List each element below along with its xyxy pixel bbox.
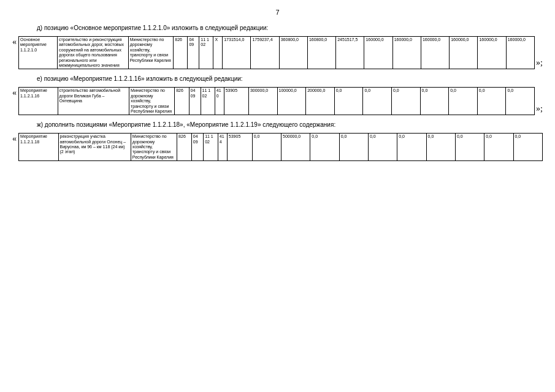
table-row: Мероприятие 1.1.2.1.16 строительство авт… [19,88,535,115]
cell-e-n5: 0,0 [363,88,392,115]
cell-d-x: X [213,37,223,69]
cell-zh-n2: 500000,0 [281,134,310,161]
quote-open-zh: « [12,134,17,144]
cell-zh-826: 826 [177,134,192,161]
cell-e-n7: 0,0 [420,88,449,115]
cell-d-n10: 160000,0 [478,37,506,69]
cell-d-n3: 360800,0 [279,37,307,69]
cell-d-n6: 160000,0 [364,37,392,69]
cell-d-n1: 1731514,0 [223,37,251,69]
cell-d-n8: 160000,0 [421,37,449,69]
cell-zh-ministry: Министерство по дорожному хозяйству, тра… [131,134,177,161]
cell-zh-n10: 0,0 [513,134,543,161]
cell-e-1102: 11 1 02 [201,88,215,115]
section-e: е) позицию «Мероприятие 1.1.2.1.16» изло… [12,75,543,115]
cell-e-n6: 0,0 [391,88,420,115]
cell-zh-desc: реконструкция участка автомобильной доро… [58,134,131,161]
cell-zh-n5: 0,0 [368,134,397,161]
table-zh: Мероприятие 1.1.2.1.18 реконструкция уча… [18,133,543,161]
cell-d-826: 826 [174,37,188,69]
cell-d-0409: 04 09 [188,37,199,69]
cell-d-name: Основное мероприятие 1.1.2.1.0 [19,37,58,69]
cell-e-n10: 0,0 [506,88,535,115]
table-row: Мероприятие 1.1.2.1.18 реконструкция уча… [19,134,543,161]
cell-zh-1102: 11 1 02 [204,134,218,161]
cell-zh-n7: 0,0 [426,134,455,161]
table-e: Мероприятие 1.1.2.1.16 строительство авт… [18,87,535,115]
cell-e-name: Мероприятие 1.1.2.1.16 [19,88,58,115]
quote-close-e: »; [536,104,543,114]
cell-zh-n4: 0,0 [339,134,368,161]
section-zh-heading: ж) дополнить позициями «Мероприятие 1.1.… [12,121,543,128]
cell-d-n4: 160800,0 [307,37,335,69]
cell-d-n2: 1759237,4 [251,37,279,69]
cell-e-n9: 0,0 [477,88,506,115]
cell-e-ministry: Министерство по дорожному хозяйству, тра… [129,88,175,115]
cell-d-n5: 2451517,5 [336,37,364,69]
cell-e-code2: 53905 [224,88,248,115]
table-row: Основное мероприятие 1.1.2.1.0 строитель… [19,37,535,69]
quote-open-d: « [12,37,17,47]
cell-zh-n9: 0,0 [484,134,513,161]
cell-e-n4: 0,0 [334,88,363,115]
cell-e-n1: 300000,0 [248,88,277,115]
cell-zh-n6: 0,0 [397,134,426,161]
cell-d-ministry: Министерство по дорожному хозяйству, тра… [128,37,174,69]
cell-d-desc: строительство и реконструкция автомобиль… [58,37,129,69]
cell-e-desc: строительство автомобильной дороги Велик… [58,88,129,115]
section-zh: ж) дополнить позициями «Мероприятие 1.1.… [12,121,543,161]
cell-d-n7: 160000,0 [392,37,421,69]
cell-e-code1: 410 [215,88,224,115]
cell-zh-code1: 414 [218,134,227,161]
cell-d-n11: 160000,0 [506,37,534,69]
cell-zh-n3: 0,0 [310,134,339,161]
cell-zh-code2: 53905 [227,134,252,161]
cell-e-826: 826 [175,88,189,115]
cell-d-1102: 11 1 02 [199,37,213,69]
quote-close-d: »; [536,58,543,68]
section-d-heading: д) позицию «Основное мероприятие 1.1.2.1… [12,24,543,31]
cell-e-n2: 100000,0 [277,88,306,115]
section-d: д) позицию «Основное мероприятие 1.1.2.1… [12,24,543,69]
section-e-heading: е) позицию «Мероприятие 1.1.2.1.16» изло… [12,75,543,82]
page-number: 7 [12,9,543,16]
cell-zh-0409: 04 09 [191,134,203,161]
cell-e-n8: 0,0 [449,88,478,115]
cell-e-0409: 04 09 [189,88,201,115]
cell-zh-n1: 0,0 [252,134,281,161]
table-d: Основное мероприятие 1.1.2.1.0 строитель… [18,36,535,69]
cell-e-n3: 200000,0 [306,88,335,115]
cell-zh-n8: 0,0 [455,134,484,161]
quote-open-e: « [12,88,17,98]
cell-zh-name: Мероприятие 1.1.2.1.18 [19,134,59,161]
cell-d-n9: 160000,0 [450,37,478,69]
